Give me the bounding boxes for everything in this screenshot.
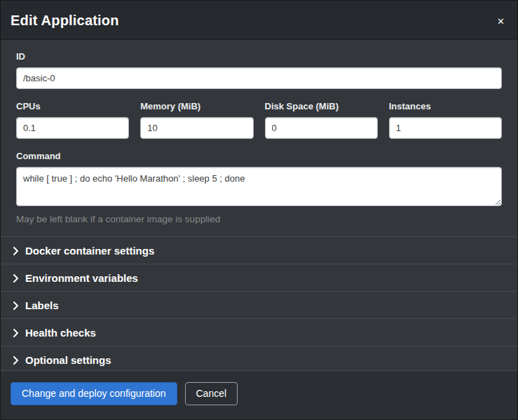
- cpus-label: CPUs: [16, 101, 129, 111]
- application-form: ID CPUs Memory (MiB) Disk Space (MiB): [1, 40, 517, 227]
- chevron-right-icon: [13, 273, 19, 283]
- section-label: Labels: [25, 299, 59, 311]
- memory-label: Memory (MiB): [140, 101, 253, 111]
- resources-row: CPUs Memory (MiB) Disk Space (MiB) Insta…: [16, 101, 502, 139]
- modal-footer: Change and deploy configuration Cancel: [1, 370, 517, 419]
- id-label: ID: [16, 51, 502, 62]
- chevron-right-icon: [13, 355, 19, 365]
- modal-header: Edit Application ✕: [1, 1, 517, 40]
- change-and-deploy-button[interactable]: Change and deploy configuration: [11, 382, 177, 405]
- command-label: Command: [16, 151, 502, 161]
- instances-field-group: Instances: [389, 101, 502, 139]
- cpus-input[interactable]: [16, 117, 129, 139]
- command-field-group: Command while [ true ] ; do echo 'Hello …: [16, 151, 502, 224]
- cancel-button[interactable]: Cancel: [185, 382, 238, 405]
- section-label: Docker container settings: [25, 245, 154, 257]
- section-labels[interactable]: Labels: [1, 291, 517, 318]
- memory-field-group: Memory (MiB): [140, 101, 253, 139]
- disk-space-field-group: Disk Space (MiB): [265, 101, 378, 139]
- modal-body: ID CPUs Memory (MiB) Disk Space (MiB): [1, 40, 517, 370]
- edit-application-modal: Edit Application ✕ ID CPUs Memory (MiB): [0, 0, 518, 420]
- id-field-group: ID: [16, 51, 502, 89]
- disk-space-input[interactable]: [265, 117, 378, 139]
- memory-input[interactable]: [140, 117, 253, 139]
- command-textarea[interactable]: while [ true ] ; do echo 'Hello Marathon…: [16, 167, 502, 206]
- section-health-checks[interactable]: Health checks: [1, 318, 517, 346]
- section-optional-settings[interactable]: Optional settings: [1, 346, 517, 370]
- disk-space-label: Disk Space (MiB): [265, 101, 378, 111]
- section-docker-container-settings[interactable]: Docker container settings: [1, 236, 517, 264]
- collapsible-sections: Docker container settings Environment va…: [1, 236, 517, 370]
- id-input[interactable]: [16, 67, 502, 89]
- chevron-right-icon: [13, 246, 19, 256]
- chevron-right-icon: [13, 301, 19, 311]
- command-help-text: May be left blank if a container image i…: [16, 214, 502, 224]
- instances-input[interactable]: [389, 117, 502, 139]
- section-label: Health checks: [25, 327, 96, 339]
- chevron-right-icon: [13, 328, 19, 338]
- cpus-field-group: CPUs: [16, 101, 129, 139]
- section-environment-variables[interactable]: Environment variables: [1, 264, 517, 291]
- close-icon[interactable]: ✕: [496, 14, 506, 29]
- page-title: Edit Application: [11, 13, 119, 29]
- section-label: Environment variables: [25, 272, 138, 284]
- instances-label: Instances: [389, 101, 502, 111]
- section-label: Optional settings: [25, 354, 111, 366]
